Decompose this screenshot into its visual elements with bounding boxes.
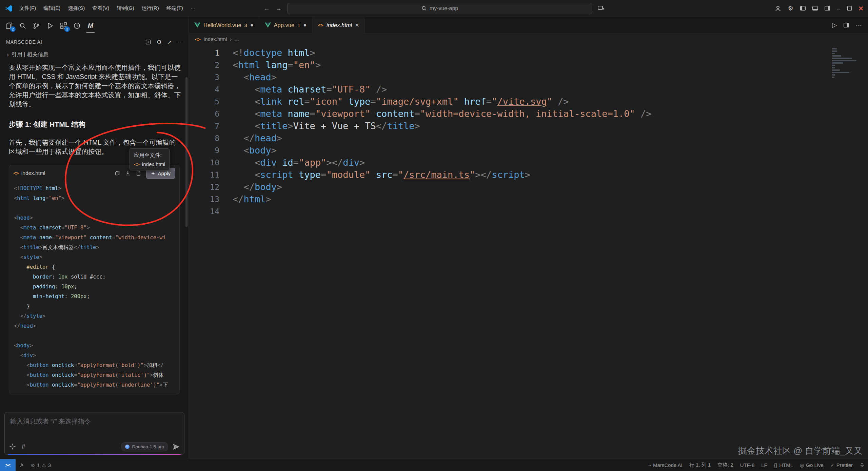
tab-index-html[interactable]: <> index.html × [312,17,365,33]
code-line: padding: 10px; [14,282,175,292]
tab-close-icon[interactable]: × [355,21,359,29]
model-name: Doubao-1.5-pro [132,444,164,449]
cursor-position[interactable]: 行 1, 列 1 [686,462,714,468]
toggle-secondary-sidebar-icon[interactable] [825,6,830,11]
code-line: <title>富文本编辑器</title> [14,243,175,252]
menu-item[interactable]: 选择(S) [64,5,88,12]
marscode-status[interactable]: ~MarsCode AI [645,462,686,468]
minimap-line [832,67,835,68]
window-close-button[interactable]: × [859,5,863,12]
explorer-icon[interactable]: 2 [5,21,14,30]
settings-gear-icon[interactable]: ⚙ [788,5,793,12]
copy-code-icon[interactable] [115,170,120,176]
notifications-bell-icon[interactable] [856,463,868,468]
step-heading: 步骤 1: 创建 HTML 结构 [9,120,184,129]
chat-input[interactable]: 输入消息或者 “/” 来选择指令 # Doubao-1.5-pro [4,412,184,455]
editor-more-icon[interactable]: ··· [856,22,862,29]
references-row[interactable]: › 引用 | 相关信息 [0,49,189,60]
window-minimize-button[interactable]: – [837,7,841,10]
chevron-right-icon: › [230,36,232,42]
history-clock-icon[interactable] [73,21,81,30]
marscode-icon[interactable]: M [86,21,95,30]
toggle-panel-icon[interactable] [812,6,818,11]
prettier-status[interactable]: ✓Prettier [827,462,856,468]
extensions-badge: 3 [64,26,70,32]
window-maximize-button[interactable] [847,6,852,11]
watermark-text: 掘金技术社区 @ 自学前端_又又 [738,445,863,457]
sidebar-scrollbar[interactable] [185,77,188,227]
chevron-right-icon: › [7,51,9,58]
code-line: <html lang="en"> [14,193,175,203]
send-icon[interactable] [173,444,179,450]
modified-dot-icon[interactable]: ● [250,22,254,28]
account-icon[interactable] [775,5,781,12]
new-file-icon[interactable] [136,170,141,176]
modified-dot-icon[interactable]: ● [303,22,307,28]
code-line: <meta name="viewport" content="width=dev… [233,108,652,120]
run-file-icon[interactable]: ▷ [832,21,837,29]
minimap-line [832,65,835,66]
line-number: 8 [189,132,219,144]
language-mode[interactable]: {}HTML [771,462,796,468]
menu-item[interactable]: 文件(F) [16,5,40,12]
menu-item[interactable]: 终端(T) [163,5,187,12]
insert-code-icon[interactable] [125,170,131,176]
skills-sparkle-icon[interactable] [9,444,16,450]
code-card-body: <!DOCTYPE html><html lang="en"> <head> <… [9,181,179,394]
line-number: 12 [189,181,219,193]
eol-sequence[interactable]: LF [758,462,771,468]
menu-item[interactable]: 运行(R) [138,5,163,12]
go-live[interactable]: ◎Go Live [796,462,827,468]
tab-helloworld-vue[interactable]: HelloWorld.vue 3 ● [189,17,259,33]
tools-icon[interactable] [16,459,27,471]
split-editor-icon[interactable] [844,23,849,27]
minimap-line [832,50,837,52]
problems-indicator[interactable]: ⊘ 1 ⚠ 3 [27,459,54,471]
nav-back-icon[interactable]: ← [263,5,270,12]
search-view-icon[interactable] [18,21,27,30]
menu-bar: 文件(F)编辑(E)选择(S)查看(V)转到(G)运行(R)终端(T)··· [16,5,199,12]
panel-settings-icon[interactable]: ⚙ [157,39,162,46]
new-chat-icon[interactable] [145,39,151,45]
encoding[interactable]: UTF-8 [737,462,758,468]
minimap-line [832,62,843,64]
share-icon[interactable]: ↗ [167,39,172,46]
tab-app-vue[interactable]: App.vue 1 ● [259,17,313,33]
error-icon: ⊘ [31,463,35,468]
remote-window-icon[interactable] [598,6,605,11]
menu-item[interactable]: 查看(V) [88,5,113,12]
chat-content: 要从零开始实现一个富文本应用而不使用插件，我们可以使用 HTML、CSS 和 J… [0,60,189,409]
minimap-line [832,69,840,71]
remote-indicator[interactable]: >< [0,459,16,471]
nav-forward-icon[interactable]: → [275,5,282,12]
panel-more-icon[interactable]: ··· [177,39,183,45]
extensions-icon[interactable]: 3 [59,21,68,30]
code-line: <!DOCTYPE html> [14,184,175,193]
html-file-icon: <> [13,170,19,176]
minimap[interactable] [832,48,859,80]
toggle-sidebar-icon[interactable] [800,6,806,11]
model-selector[interactable]: Doubao-1.5-pro [121,442,168,451]
line-number: 5 [189,96,219,108]
vscode-logo-icon [5,4,13,13]
menu-item[interactable]: 转到(G) [113,5,138,12]
code-content: <!doctype html><html lang="en"> <head> <… [219,47,652,459]
menu-item[interactable]: 编辑(E) [40,5,64,12]
indentation[interactable]: 空格: 2 [714,462,737,468]
source-control-icon[interactable] [32,21,41,30]
menu-item[interactable]: ··· [187,5,199,11]
sparkle-icon [151,171,155,176]
command-center-search[interactable]: my-vue-app [287,3,592,14]
minimap-line [832,48,837,49]
code-line: </head> [14,321,175,331]
breadcrumb[interactable]: <> index.html › ... [189,34,868,45]
references-label: 引用 | 相关信息 [12,51,48,58]
html-file-icon: <> [318,22,323,28]
line-number: 3 [189,71,219,83]
code-editor[interactable]: 1234567891011121314 <!doctype html><html… [189,45,868,459]
context-hash-icon[interactable]: # [22,443,25,450]
code-line: border: 1px solid #ccc; [14,272,175,282]
code-line: </body> [233,181,652,193]
code-line: <div id="app"></div> [233,157,652,169]
run-debug-icon[interactable] [45,21,54,30]
